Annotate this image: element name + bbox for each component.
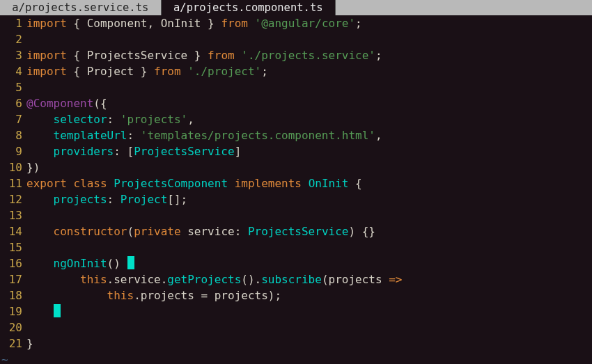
token-type: getProjects [167, 273, 241, 286]
code-line[interactable]: templateUrl: 'templates/projects.compone… [26, 127, 592, 143]
token-this: this [107, 289, 134, 302]
token-punct: ; [375, 49, 382, 62]
code-line[interactable]: ngOnInit() [26, 255, 592, 271]
code-line[interactable]: export class ProjectsComponent implement… [26, 175, 592, 191]
token-member: projects [141, 289, 194, 302]
token-type: ProjectsComponent [114, 177, 228, 190]
token-punct: ); [268, 289, 281, 302]
token-kw: import [26, 49, 67, 62]
token-punct: ({ [93, 97, 107, 110]
token-decor: @Component [26, 97, 93, 110]
tab-projects-component[interactable]: a/projects.component.ts [162, 0, 336, 15]
token-type: OnInit [309, 177, 349, 190]
token-punct [26, 273, 80, 286]
code-line[interactable]: constructor(private service: ProjectsSer… [26, 223, 592, 239]
code-line[interactable]: projects: Project[]; [26, 191, 592, 207]
code-line[interactable]: this.projects = projects); [26, 287, 592, 303]
token-punct [26, 145, 54, 158]
token-kw: import [26, 65, 67, 78]
token-punct: { [348, 177, 361, 190]
line-number: 13 [0, 207, 22, 223]
token-punct: ; [261, 65, 268, 78]
editor-pane[interactable]: 123456789101112131415161718192021 import… [0, 15, 592, 351]
line-number: 21 [0, 335, 22, 351]
token-kw2: private [134, 225, 180, 238]
end-of-buffer-marker: ~ [0, 351, 592, 364]
tab-projects-service[interactable]: a/projects.service.ts [0, 0, 162, 15]
token-ident: ProjectsService [87, 49, 188, 62]
code-line[interactable]: import { Component, OnInit } from '@angu… [26, 15, 592, 31]
code-line[interactable] [26, 303, 592, 319]
token-kw: class [73, 177, 107, 190]
token-punct: , [375, 129, 382, 142]
token-punct: } [134, 65, 154, 78]
token-punct: = [194, 289, 215, 302]
cursor [127, 256, 134, 269]
line-number: 8 [0, 127, 22, 143]
token-punct: { [67, 17, 87, 30]
code-area[interactable]: import { Component, OnInit } from '@angu… [26, 15, 592, 351]
token-kw: import [26, 17, 67, 30]
token-prop: templateUrl [54, 129, 127, 142]
code-line[interactable]: providers: [ProjectsService] [26, 143, 592, 159]
line-number: 7 [0, 111, 22, 127]
line-number: 9 [0, 143, 22, 159]
token-ident: OnInit [161, 17, 201, 30]
token-kw: implements [235, 177, 302, 190]
token-punct: ) {} [348, 225, 375, 238]
code-line[interactable]: import { Project } from './project'; [26, 63, 592, 79]
code-line[interactable]: import { ProjectsService } from './proje… [26, 47, 592, 63]
line-number: 12 [0, 191, 22, 207]
line-number: 10 [0, 159, 22, 175]
line-number: 20 [0, 319, 22, 335]
code-line[interactable] [26, 31, 592, 47]
code-line[interactable] [26, 239, 592, 255]
token-punct: ; [355, 17, 362, 30]
token-punct: : [107, 113, 120, 126]
code-line[interactable]: } [26, 335, 592, 351]
line-number: 15 [0, 239, 22, 255]
token-punct: : [107, 193, 120, 206]
token-ident: projects [329, 273, 382, 286]
token-kw: from [154, 65, 181, 78]
token-ident: Component [87, 17, 148, 30]
token-arrow: => [389, 273, 402, 286]
token-punct: . [161, 273, 168, 286]
token-punct: } [201, 17, 221, 30]
token-punct: { [67, 49, 87, 62]
token-punct: . [134, 289, 141, 302]
token-kw: from [208, 49, 235, 62]
token-type: ProjectsService [134, 145, 235, 158]
line-number: 17 [0, 271, 22, 287]
code-line[interactable]: @Component({ [26, 95, 592, 111]
token-punct [26, 193, 54, 206]
token-kw2: constructor [54, 225, 127, 238]
code-line[interactable]: }) [26, 159, 592, 175]
code-line[interactable]: selector: 'projects', [26, 111, 592, 127]
token-punct [107, 177, 114, 190]
line-number: 2 [0, 31, 22, 47]
code-line[interactable] [26, 79, 592, 95]
token-str: './projects.service' [241, 49, 375, 62]
code-line[interactable] [26, 207, 592, 223]
token-punct: } [26, 337, 33, 350]
token-this: this [80, 273, 107, 286]
token-punct: (). [241, 273, 261, 286]
line-number: 11 [0, 175, 22, 191]
token-punct [181, 225, 188, 238]
tab-bar-fill [336, 0, 592, 15]
token-punct [235, 49, 242, 62]
token-type: ngOnInit [54, 257, 107, 270]
token-punct [382, 273, 389, 286]
token-prop: providers [54, 145, 114, 158]
token-punct: , [187, 113, 194, 126]
token-punct: }) [26, 161, 40, 174]
code-line[interactable] [26, 319, 592, 335]
token-str: '@angular/core' [255, 17, 356, 30]
token-kw: from [221, 17, 248, 30]
cursor [54, 304, 61, 317]
token-punct [26, 289, 107, 302]
code-line[interactable]: this.service.getProjects().subscribe(pro… [26, 271, 592, 287]
token-str: 'projects' [120, 113, 187, 126]
line-number: 6 [0, 95, 22, 111]
